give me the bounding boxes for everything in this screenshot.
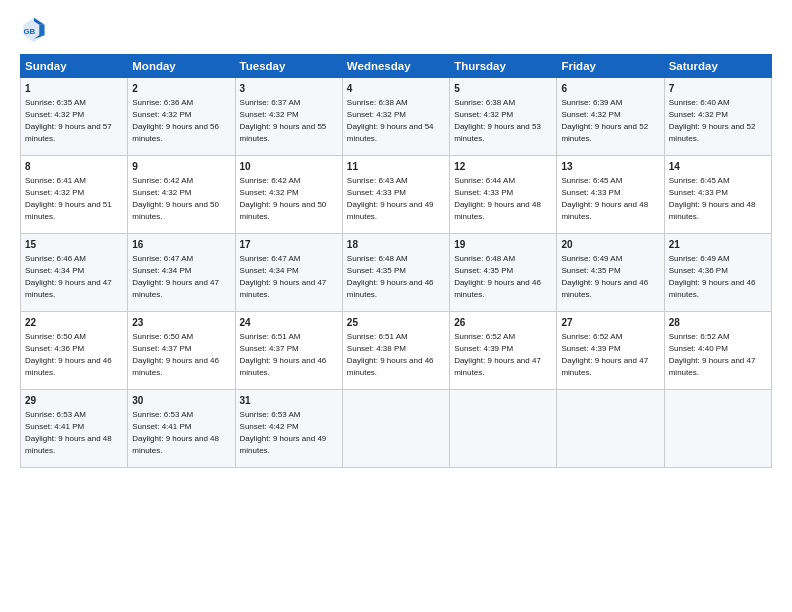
day-cell: 29Sunrise: 6:53 AMSunset: 4:41 PMDayligh… xyxy=(21,390,128,468)
day-info: Sunrise: 6:49 AMSunset: 4:36 PMDaylight:… xyxy=(669,254,756,299)
day-cell xyxy=(557,390,664,468)
day-cell: 27Sunrise: 6:52 AMSunset: 4:39 PMDayligh… xyxy=(557,312,664,390)
day-info: Sunrise: 6:45 AMSunset: 4:33 PMDaylight:… xyxy=(561,176,648,221)
day-number: 6 xyxy=(561,82,659,96)
day-number: 28 xyxy=(669,316,767,330)
day-cell: 17Sunrise: 6:47 AMSunset: 4:34 PMDayligh… xyxy=(235,234,342,312)
day-info: Sunrise: 6:50 AMSunset: 4:36 PMDaylight:… xyxy=(25,332,112,377)
day-cell: 16Sunrise: 6:47 AMSunset: 4:34 PMDayligh… xyxy=(128,234,235,312)
day-cell: 14Sunrise: 6:45 AMSunset: 4:33 PMDayligh… xyxy=(664,156,771,234)
day-info: Sunrise: 6:37 AMSunset: 4:32 PMDaylight:… xyxy=(240,98,327,143)
header: GB xyxy=(20,16,772,44)
day-info: Sunrise: 6:53 AMSunset: 4:41 PMDaylight:… xyxy=(132,410,219,455)
day-info: Sunrise: 6:53 AMSunset: 4:41 PMDaylight:… xyxy=(25,410,112,455)
day-info: Sunrise: 6:52 AMSunset: 4:40 PMDaylight:… xyxy=(669,332,756,377)
day-info: Sunrise: 6:48 AMSunset: 4:35 PMDaylight:… xyxy=(347,254,434,299)
week-row-2: 8Sunrise: 6:41 AMSunset: 4:32 PMDaylight… xyxy=(21,156,772,234)
day-cell: 1Sunrise: 6:35 AMSunset: 4:32 PMDaylight… xyxy=(21,78,128,156)
day-number: 3 xyxy=(240,82,338,96)
day-number: 17 xyxy=(240,238,338,252)
day-cell: 30Sunrise: 6:53 AMSunset: 4:41 PMDayligh… xyxy=(128,390,235,468)
day-number: 29 xyxy=(25,394,123,408)
day-cell: 22Sunrise: 6:50 AMSunset: 4:36 PMDayligh… xyxy=(21,312,128,390)
day-info: Sunrise: 6:44 AMSunset: 4:33 PMDaylight:… xyxy=(454,176,541,221)
day-number: 30 xyxy=(132,394,230,408)
col-header-saturday: Saturday xyxy=(664,55,771,78)
day-info: Sunrise: 6:48 AMSunset: 4:35 PMDaylight:… xyxy=(454,254,541,299)
col-header-wednesday: Wednesday xyxy=(342,55,449,78)
header-row: SundayMondayTuesdayWednesdayThursdayFrid… xyxy=(21,55,772,78)
day-cell: 10Sunrise: 6:42 AMSunset: 4:32 PMDayligh… xyxy=(235,156,342,234)
col-header-tuesday: Tuesday xyxy=(235,55,342,78)
day-info: Sunrise: 6:53 AMSunset: 4:42 PMDaylight:… xyxy=(240,410,327,455)
day-cell: 4Sunrise: 6:38 AMSunset: 4:32 PMDaylight… xyxy=(342,78,449,156)
day-cell: 2Sunrise: 6:36 AMSunset: 4:32 PMDaylight… xyxy=(128,78,235,156)
day-cell: 11Sunrise: 6:43 AMSunset: 4:33 PMDayligh… xyxy=(342,156,449,234)
day-number: 31 xyxy=(240,394,338,408)
page: GB SundayMondayTuesdayWednesdayThursdayF… xyxy=(0,0,792,612)
day-number: 2 xyxy=(132,82,230,96)
day-cell: 25Sunrise: 6:51 AMSunset: 4:38 PMDayligh… xyxy=(342,312,449,390)
day-number: 16 xyxy=(132,238,230,252)
day-number: 13 xyxy=(561,160,659,174)
day-info: Sunrise: 6:46 AMSunset: 4:34 PMDaylight:… xyxy=(25,254,112,299)
day-number: 18 xyxy=(347,238,445,252)
day-number: 22 xyxy=(25,316,123,330)
day-number: 23 xyxy=(132,316,230,330)
day-cell: 5Sunrise: 6:38 AMSunset: 4:32 PMDaylight… xyxy=(450,78,557,156)
week-row-3: 15Sunrise: 6:46 AMSunset: 4:34 PMDayligh… xyxy=(21,234,772,312)
day-info: Sunrise: 6:35 AMSunset: 4:32 PMDaylight:… xyxy=(25,98,112,143)
day-cell xyxy=(342,390,449,468)
day-cell: 19Sunrise: 6:48 AMSunset: 4:35 PMDayligh… xyxy=(450,234,557,312)
day-number: 8 xyxy=(25,160,123,174)
day-cell: 23Sunrise: 6:50 AMSunset: 4:37 PMDayligh… xyxy=(128,312,235,390)
day-info: Sunrise: 6:40 AMSunset: 4:32 PMDaylight:… xyxy=(669,98,756,143)
day-info: Sunrise: 6:41 AMSunset: 4:32 PMDaylight:… xyxy=(25,176,112,221)
day-info: Sunrise: 6:38 AMSunset: 4:32 PMDaylight:… xyxy=(454,98,541,143)
day-cell xyxy=(450,390,557,468)
day-number: 14 xyxy=(669,160,767,174)
day-info: Sunrise: 6:52 AMSunset: 4:39 PMDaylight:… xyxy=(561,332,648,377)
day-info: Sunrise: 6:51 AMSunset: 4:37 PMDaylight:… xyxy=(240,332,327,377)
day-number: 4 xyxy=(347,82,445,96)
calendar-table: SundayMondayTuesdayWednesdayThursdayFrid… xyxy=(20,54,772,468)
day-cell: 6Sunrise: 6:39 AMSunset: 4:32 PMDaylight… xyxy=(557,78,664,156)
day-info: Sunrise: 6:43 AMSunset: 4:33 PMDaylight:… xyxy=(347,176,434,221)
day-info: Sunrise: 6:45 AMSunset: 4:33 PMDaylight:… xyxy=(669,176,756,221)
day-cell: 15Sunrise: 6:46 AMSunset: 4:34 PMDayligh… xyxy=(21,234,128,312)
col-header-monday: Monday xyxy=(128,55,235,78)
day-cell: 24Sunrise: 6:51 AMSunset: 4:37 PMDayligh… xyxy=(235,312,342,390)
day-number: 9 xyxy=(132,160,230,174)
col-header-friday: Friday xyxy=(557,55,664,78)
day-cell: 9Sunrise: 6:42 AMSunset: 4:32 PMDaylight… xyxy=(128,156,235,234)
day-info: Sunrise: 6:49 AMSunset: 4:35 PMDaylight:… xyxy=(561,254,648,299)
day-cell: 31Sunrise: 6:53 AMSunset: 4:42 PMDayligh… xyxy=(235,390,342,468)
week-row-4: 22Sunrise: 6:50 AMSunset: 4:36 PMDayligh… xyxy=(21,312,772,390)
day-info: Sunrise: 6:47 AMSunset: 4:34 PMDaylight:… xyxy=(132,254,219,299)
day-number: 26 xyxy=(454,316,552,330)
svg-marker-2 xyxy=(39,25,44,36)
day-cell: 28Sunrise: 6:52 AMSunset: 4:40 PMDayligh… xyxy=(664,312,771,390)
day-number: 5 xyxy=(454,82,552,96)
day-info: Sunrise: 6:47 AMSunset: 4:34 PMDaylight:… xyxy=(240,254,327,299)
week-row-1: 1Sunrise: 6:35 AMSunset: 4:32 PMDaylight… xyxy=(21,78,772,156)
day-cell: 18Sunrise: 6:48 AMSunset: 4:35 PMDayligh… xyxy=(342,234,449,312)
day-cell: 13Sunrise: 6:45 AMSunset: 4:33 PMDayligh… xyxy=(557,156,664,234)
day-number: 19 xyxy=(454,238,552,252)
logo-icon: GB xyxy=(20,16,48,44)
day-cell: 12Sunrise: 6:44 AMSunset: 4:33 PMDayligh… xyxy=(450,156,557,234)
day-number: 10 xyxy=(240,160,338,174)
svg-text:GB: GB xyxy=(24,27,36,36)
day-cell: 7Sunrise: 6:40 AMSunset: 4:32 PMDaylight… xyxy=(664,78,771,156)
day-number: 7 xyxy=(669,82,767,96)
day-number: 27 xyxy=(561,316,659,330)
day-info: Sunrise: 6:42 AMSunset: 4:32 PMDaylight:… xyxy=(132,176,219,221)
day-cell: 21Sunrise: 6:49 AMSunset: 4:36 PMDayligh… xyxy=(664,234,771,312)
day-cell: 20Sunrise: 6:49 AMSunset: 4:35 PMDayligh… xyxy=(557,234,664,312)
day-cell: 26Sunrise: 6:52 AMSunset: 4:39 PMDayligh… xyxy=(450,312,557,390)
day-number: 25 xyxy=(347,316,445,330)
day-info: Sunrise: 6:36 AMSunset: 4:32 PMDaylight:… xyxy=(132,98,219,143)
day-info: Sunrise: 6:42 AMSunset: 4:32 PMDaylight:… xyxy=(240,176,327,221)
day-number: 24 xyxy=(240,316,338,330)
day-number: 21 xyxy=(669,238,767,252)
